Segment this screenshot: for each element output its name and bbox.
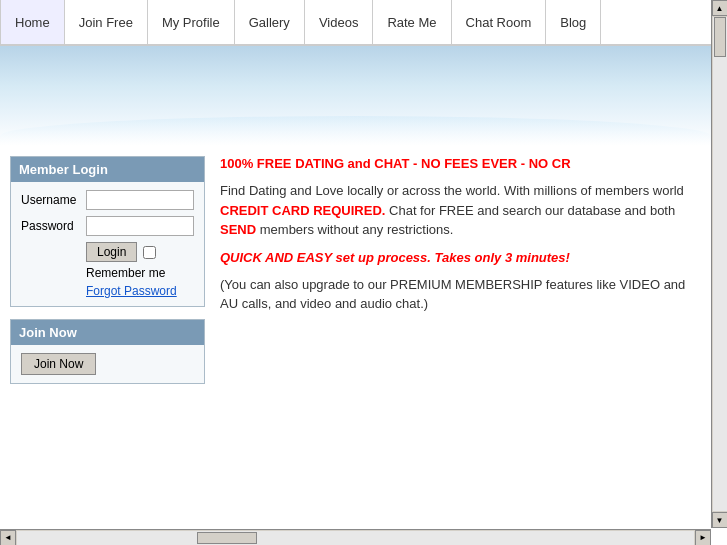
username-input[interactable] bbox=[86, 190, 194, 210]
page-body: Member Login Username Password Login bbox=[0, 146, 711, 384]
navbar: Home Join Free My Profile Gallery Videos… bbox=[0, 0, 711, 46]
scroll-right-arrow[interactable]: ► bbox=[695, 530, 711, 546]
login-body: Username Password Login Remember me Fo bbox=[11, 182, 204, 306]
join-now-button[interactable]: Join Now bbox=[21, 353, 96, 375]
password-row: Password bbox=[21, 216, 194, 236]
headline: 100% FREE DATING and CHAT - NO FEES EVER… bbox=[220, 156, 691, 171]
nav-home[interactable]: Home bbox=[0, 0, 65, 44]
banner-wave bbox=[0, 116, 711, 146]
left-panel: Member Login Username Password Login bbox=[10, 156, 205, 384]
scroll-thumb[interactable] bbox=[714, 17, 726, 57]
scroll-up-arrow[interactable]: ▲ bbox=[712, 0, 728, 16]
banner bbox=[0, 46, 711, 146]
join-box: Join Now Join Now bbox=[10, 319, 205, 384]
scroll-down-arrow[interactable]: ▼ bbox=[712, 512, 728, 528]
nav-gallery[interactable]: Gallery bbox=[235, 0, 305, 44]
username-row: Username bbox=[21, 190, 194, 210]
username-label: Username bbox=[21, 193, 86, 207]
scroll-bottom-thumb[interactable] bbox=[197, 532, 257, 544]
login-box: Member Login Username Password Login bbox=[10, 156, 205, 307]
remember-label: Remember me bbox=[86, 266, 165, 280]
remember-row: Remember me bbox=[86, 266, 194, 280]
desc-part2: Chat for FREE and search our database an… bbox=[389, 203, 675, 218]
nav-blog[interactable]: Blog bbox=[546, 0, 601, 44]
login-header: Member Login bbox=[11, 157, 204, 182]
desc-red2: SEND bbox=[220, 222, 256, 237]
horizontal-scrollbar[interactable]: ◄ ► bbox=[0, 529, 711, 545]
main-content: Home Join Free My Profile Gallery Videos… bbox=[0, 0, 711, 529]
premium-text: (You can also upgrade to our PREMIUM MEM… bbox=[220, 275, 691, 314]
nav-videos[interactable]: Videos bbox=[305, 0, 374, 44]
login-buttons: Login bbox=[86, 242, 194, 262]
desc-red: CREDIT CARD REQUIRED. bbox=[220, 203, 385, 218]
description: Find Dating and Love locally or across t… bbox=[220, 181, 691, 240]
scroll-track bbox=[713, 17, 727, 511]
right-content: 100% FREE DATING and CHAT - NO FEES EVER… bbox=[220, 156, 711, 384]
join-header: Join Now bbox=[11, 320, 204, 345]
quick-text: QUICK AND EASY set up process. Takes onl… bbox=[220, 250, 691, 265]
forgot-password-link[interactable]: Forgot Password bbox=[86, 284, 194, 298]
scroll-bottom-track bbox=[17, 531, 694, 545]
nav-join-free[interactable]: Join Free bbox=[65, 0, 148, 44]
remember-checkbox[interactable] bbox=[143, 246, 156, 259]
password-label: Password bbox=[21, 219, 86, 233]
vertical-scrollbar[interactable]: ▲ ▼ bbox=[711, 0, 727, 528]
scroll-left-arrow[interactable]: ◄ bbox=[0, 530, 16, 546]
password-input[interactable] bbox=[86, 216, 194, 236]
desc-part3: members without any restrictions. bbox=[260, 222, 454, 237]
nav-my-profile[interactable]: My Profile bbox=[148, 0, 235, 44]
join-body: Join Now bbox=[11, 345, 204, 383]
desc-part1: Find Dating and Love locally or across t… bbox=[220, 183, 684, 198]
nav-rate-me[interactable]: Rate Me bbox=[373, 0, 451, 44]
login-button[interactable]: Login bbox=[86, 242, 137, 262]
nav-chat-room[interactable]: Chat Room bbox=[452, 0, 547, 44]
